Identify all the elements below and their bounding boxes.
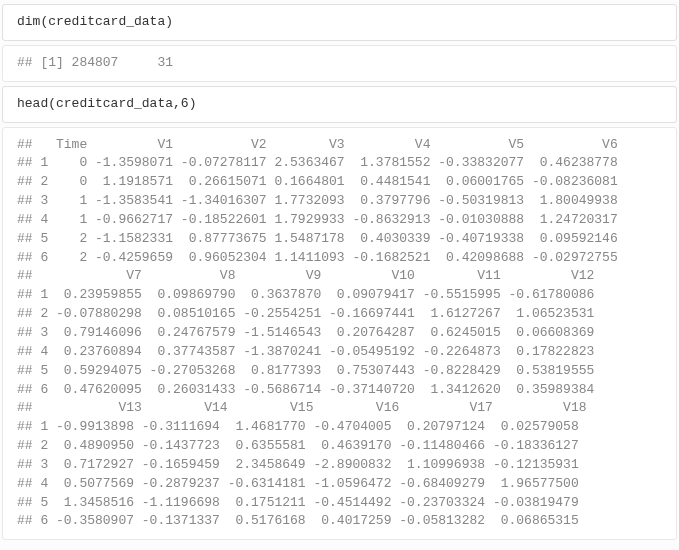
code-head-text: head(creditcard_data,6) xyxy=(17,95,662,114)
output-head-text: ## Time V1 V2 V3 V4 V5 V6 ## 1 0 -1.3598… xyxy=(17,136,662,532)
code-cell-dim[interactable]: dim(creditcard_data) xyxy=(2,4,677,41)
output-head: ## Time V1 V2 V3 V4 V5 V6 ## 1 0 -1.3598… xyxy=(2,127,677,541)
code-dim-text: dim(creditcard_data) xyxy=(17,13,662,32)
output-dim: ## [1] 284807 31 xyxy=(2,45,677,82)
code-cell-head[interactable]: head(creditcard_data,6) xyxy=(2,86,677,123)
output-dim-text: ## [1] 284807 31 xyxy=(17,54,662,73)
